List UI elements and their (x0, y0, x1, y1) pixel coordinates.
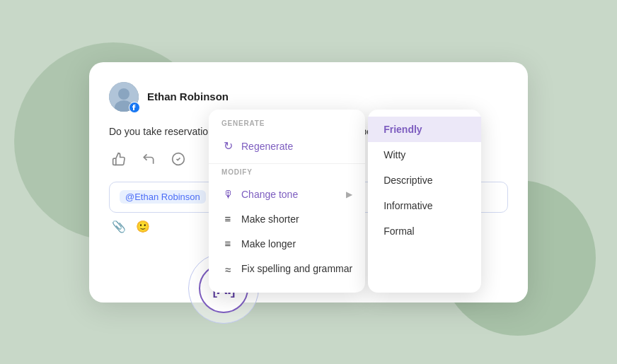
user-header: Ethan Robinson (109, 82, 508, 112)
user-name: Ethan Robinson (147, 90, 229, 102)
menu-item-change-tone[interactable]: 🎙 Change tone ▶ (209, 182, 365, 206)
menu-item-make-longer[interactable]: ≡ Make longer (209, 231, 365, 256)
attachment-icon[interactable]: 📎 (112, 220, 126, 233)
reply-button[interactable] (139, 149, 158, 169)
menu-item-make-shorter[interactable]: ≡ Make shorter (209, 206, 365, 231)
regenerate-label: Regenerate (241, 141, 293, 152)
check-button[interactable] (168, 149, 188, 169)
emoji-icon[interactable]: 🙂 (136, 220, 150, 233)
mention-tag: @Ethan Robinson (120, 190, 206, 204)
svg-point-1 (118, 88, 129, 100)
dropdown-container: GENERATE ↻ Regenerate MODIFY 🎙 Change to… (209, 110, 481, 293)
facebook-badge (129, 102, 140, 113)
menu-item-regenerate[interactable]: ↻ Regenerate (209, 133, 365, 159)
tone-submenu: Friendly Witty Descriptive Informative F… (368, 110, 481, 293)
make-shorter-label: Make shorter (241, 213, 299, 225)
submenu-chevron-icon: ▶ (346, 189, 352, 199)
tone-option-friendly[interactable]: Friendly (368, 117, 481, 142)
fix-spelling-label: Fix spelling and grammar (241, 262, 352, 276)
make-longer-label: Make longer (241, 238, 296, 249)
make-shorter-icon: ≡ (221, 213, 234, 225)
like-button[interactable] (109, 149, 129, 169)
tone-option-witty[interactable]: Witty (368, 142, 481, 168)
primary-menu: GENERATE ↻ Regenerate MODIFY 🎙 Change to… (209, 110, 365, 293)
fix-spelling-icon: ≈ (221, 264, 234, 276)
avatar-wrap (109, 82, 139, 112)
generate-section-label: GENERATE (209, 119, 365, 133)
menu-divider-1 (209, 163, 365, 164)
tone-option-descriptive[interactable]: Descriptive (368, 168, 481, 193)
tone-option-informative[interactable]: Informative (368, 193, 481, 218)
menu-item-fix-spelling[interactable]: ≈ Fix spelling and grammar (209, 256, 365, 283)
regenerate-icon: ↻ (221, 139, 234, 153)
tone-option-formal[interactable]: Formal (368, 218, 481, 244)
change-tone-icon: 🎙 (221, 188, 234, 200)
change-tone-label: Change tone (241, 189, 298, 200)
make-longer-icon: ≡ (221, 237, 234, 249)
modify-section-label: MODIFY (209, 168, 365, 182)
